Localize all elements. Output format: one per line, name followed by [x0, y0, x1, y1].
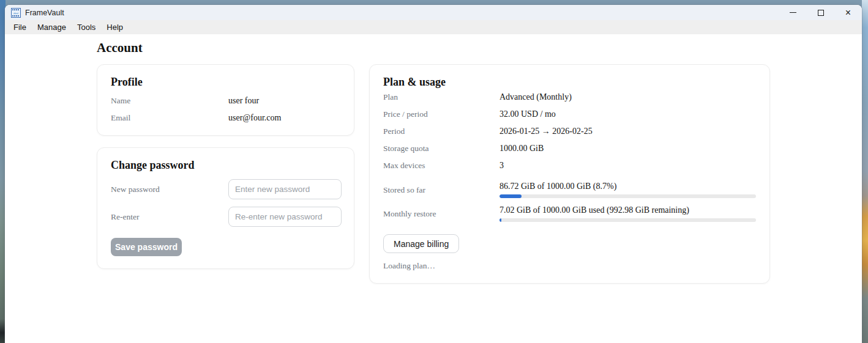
- price-period-value: 32.00 USD / mo: [499, 109, 556, 119]
- profile-card-title: Profile: [111, 76, 340, 89]
- reenter-password-input[interactable]: [228, 207, 342, 227]
- menubar: File Manage Tools Help: [5, 20, 862, 34]
- loading-plan-status: Loading plan…: [383, 261, 756, 271]
- minimize-icon: [790, 12, 796, 13]
- left-column: Profile Name user four Email user@four.c…: [97, 64, 354, 269]
- app-window: FrameVault × File Manage Tools Help Acco…: [5, 5, 862, 343]
- main-content: Account Profile Name user four Email use…: [5, 34, 862, 343]
- page-title: Account: [97, 40, 862, 56]
- stored-progress-fill: [499, 194, 522, 198]
- price-period-row: Price / period 32.00 USD / mo: [383, 109, 756, 127]
- menu-help[interactable]: Help: [101, 21, 129, 33]
- plan-usage-card-title: Plan & usage: [383, 76, 756, 89]
- profile-name-label: Name: [111, 96, 228, 106]
- reenter-password-label: Re-enter: [111, 212, 228, 222]
- menu-file[interactable]: File: [8, 21, 32, 33]
- max-devices-row: Max devices 3: [383, 161, 756, 178]
- change-password-card: Change password New password Re-enter Sa…: [97, 147, 354, 269]
- monthly-restore-label: Monthly restore: [383, 204, 499, 222]
- restore-progress-track: [499, 218, 756, 222]
- cards-layout: Profile Name user four Email user@four.c…: [97, 64, 862, 284]
- plan-label: Plan: [383, 92, 499, 102]
- maximize-icon: [818, 10, 824, 16]
- new-password-label: New password: [111, 185, 228, 194]
- storage-quota-row: Storage quota 1000.00 GiB: [383, 144, 756, 161]
- monthly-restore-row: Monthly restore 7.02 GiB of 1000.00 GiB …: [383, 204, 756, 222]
- storage-quota-value: 1000.00 GiB: [499, 144, 544, 153]
- manage-billing-button[interactable]: Manage billing: [383, 234, 459, 253]
- profile-email-label: Email: [111, 113, 228, 123]
- minimize-button[interactable]: [779, 5, 807, 20]
- new-password-row: New password: [111, 179, 340, 199]
- storage-quota-label: Storage quota: [383, 144, 499, 153]
- restore-progress-fill: [499, 218, 501, 222]
- period-value: 2026-01-25 → 2026-02-25: [499, 127, 593, 136]
- profile-name-row: Name user four: [111, 96, 340, 106]
- plan-value: Advanced (Monthly): [499, 92, 572, 102]
- plan-row: Plan Advanced (Monthly): [383, 92, 756, 109]
- max-devices-value: 3: [499, 161, 504, 171]
- close-button[interactable]: ×: [834, 5, 862, 20]
- window-controls: ×: [779, 5, 862, 20]
- framevault-app-icon: [11, 8, 21, 18]
- period-row: Period 2026-01-25 → 2026-02-25: [383, 127, 756, 144]
- stored-so-far-row: Stored so far 86.72 GiB of 1000.00 GiB (…: [383, 180, 756, 198]
- profile-card: Profile Name user four Email user@four.c…: [97, 64, 354, 136]
- save-password-button[interactable]: Save password: [111, 238, 182, 256]
- plan-usage-card: Plan & usage Plan Advanced (Monthly) Pri…: [369, 64, 770, 284]
- change-password-card-title: Change password: [111, 159, 340, 172]
- profile-email-row: Email user@four.com: [111, 113, 340, 123]
- maximize-button[interactable]: [807, 5, 834, 20]
- close-icon: ×: [845, 8, 851, 18]
- stored-so-far-value: 86.72 GiB of 1000.00 GiB (8.7%): [499, 182, 616, 191]
- reenter-password-row: Re-enter: [111, 207, 340, 227]
- new-password-input[interactable]: [228, 179, 342, 199]
- profile-email-value: user@four.com: [228, 113, 281, 123]
- price-period-label: Price / period: [383, 109, 499, 119]
- menu-tools[interactable]: Tools: [72, 21, 101, 33]
- desktop-wallpaper-right: [862, 0, 868, 343]
- period-label: Period: [383, 127, 499, 136]
- stored-progress-track: [499, 194, 756, 198]
- stored-so-far-label: Stored so far: [383, 180, 499, 198]
- window-title: FrameVault: [25, 9, 64, 17]
- monthly-restore-usage: 7.02 GiB of 1000.00 GiB used (992.98 GiB…: [499, 204, 756, 222]
- menu-manage[interactable]: Manage: [32, 21, 72, 33]
- max-devices-label: Max devices: [383, 161, 499, 171]
- monthly-restore-value: 7.02 GiB of 1000.00 GiB used (992.98 GiB…: [499, 205, 689, 215]
- profile-name-value: user four: [228, 96, 259, 106]
- stored-so-far-usage: 86.72 GiB of 1000.00 GiB (8.7%): [499, 180, 756, 198]
- titlebar: FrameVault ×: [5, 5, 862, 20]
